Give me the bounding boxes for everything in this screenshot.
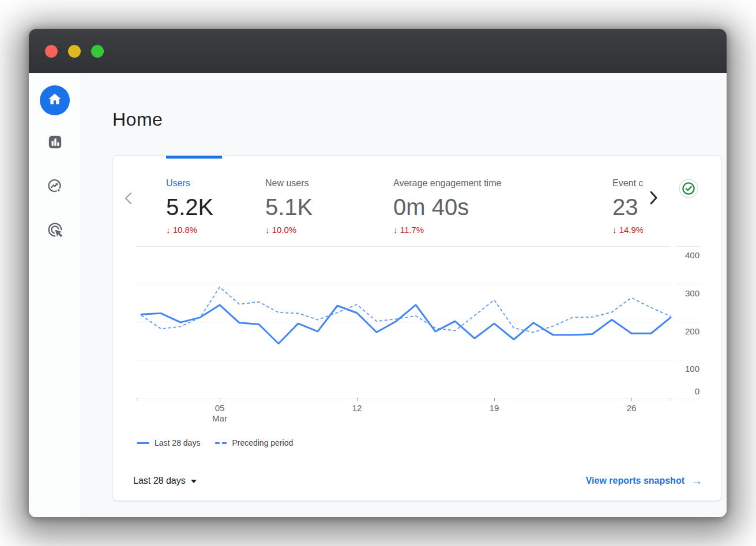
card-footer: Last 28 days View reports snapshot → <box>113 465 721 500</box>
dashed-line-swatch <box>215 442 227 444</box>
chevron-left-icon <box>125 198 132 206</box>
svg-text:300: 300 <box>685 288 699 298</box>
home-icon <box>47 92 62 109</box>
sidebar-item-explore[interactable] <box>47 178 63 197</box>
svg-text:100: 100 <box>685 364 699 374</box>
solid-line-swatch <box>137 442 149 444</box>
sidebar-item-advertising[interactable] <box>47 221 63 240</box>
selected-metric-underline <box>166 156 222 159</box>
window-titlebar <box>29 29 727 73</box>
data-quality-badge[interactable] <box>679 179 698 198</box>
view-reports-snapshot-link[interactable]: View reports snapshot → <box>586 476 702 487</box>
page-title: Home <box>112 108 727 131</box>
close-button[interactable] <box>45 45 58 58</box>
svg-text:0: 0 <box>695 386 699 396</box>
metric-tab-event-count[interactable]: Event count 23 ↓ 14.9% <box>612 172 643 235</box>
legend-item-preceding: Preceding period <box>215 438 293 447</box>
metric-value: 0m 40s <box>393 194 612 220</box>
caret-down-icon <box>191 480 197 483</box>
legend-label: Last 28 days <box>155 438 200 447</box>
window-body: Home Users 5.2K ↓ 10.8% New users 5.1 <box>29 73 727 517</box>
svg-text:12: 12 <box>352 403 362 413</box>
sidebar-item-reports[interactable] <box>47 134 63 152</box>
app-window: Home Users 5.2K ↓ 10.8% New users 5.1 <box>29 29 727 517</box>
minimize-button[interactable] <box>68 45 81 58</box>
carousel-next-button[interactable] <box>649 190 658 207</box>
legend-label: Preceding period <box>232 438 293 447</box>
metric-label: Average engagement time <box>393 178 612 189</box>
metrics-carousel: Users 5.2K ↓ 10.8% New users 5.1K ↓ 10.0… <box>166 172 643 240</box>
chevron-right-icon <box>649 198 658 207</box>
svg-text:19: 19 <box>490 403 499 413</box>
view-link-label: View reports snapshot <box>586 476 684 486</box>
metric-label: Users <box>166 178 265 189</box>
svg-text:05: 05 <box>215 403 225 413</box>
chart-legend: Last 28 days Preceding period <box>137 438 293 447</box>
metric-value: 5.2K <box>166 194 265 220</box>
svg-text:Mar: Mar <box>212 413 227 423</box>
legend-item-current: Last 28 days <box>137 438 200 447</box>
metric-change-down: ↓ 14.9% <box>612 225 643 235</box>
svg-text:200: 200 <box>685 326 699 336</box>
metric-value: 5.1K <box>265 194 393 220</box>
date-range-label: Last 28 days <box>133 476 186 486</box>
metric-change-down: ↓ 10.0% <box>265 225 393 235</box>
arrow-right-icon: → <box>691 476 702 487</box>
bar-chart-icon <box>47 134 63 152</box>
date-range-selector[interactable]: Last 28 days <box>133 476 197 486</box>
line-chart-svg: 010020030040005Mar121926 <box>137 244 708 424</box>
sidebar-item-home[interactable] <box>40 85 70 115</box>
sidebar-nav <box>29 73 81 517</box>
metric-tab-users[interactable]: Users 5.2K ↓ 10.8% <box>166 172 265 235</box>
metric-tab-avg-engagement-time[interactable]: Average engagement time 0m 40s ↓ 11.7% <box>393 172 612 235</box>
metric-change-down: ↓ 10.8% <box>166 225 265 235</box>
zoom-button[interactable] <box>91 45 104 58</box>
overview-card: Users 5.2K ↓ 10.8% New users 5.1K ↓ 10.0… <box>112 155 721 501</box>
check-circle-icon <box>679 190 698 200</box>
metric-tab-new-users[interactable]: New users 5.1K ↓ 10.0% <box>265 172 393 235</box>
users-trend-chart: 010020030040005Mar121926 <box>137 244 708 426</box>
explore-trend-icon <box>47 178 63 197</box>
metric-label: Event count <box>612 178 643 189</box>
metric-label: New users <box>265 178 393 189</box>
metric-value: 23 <box>612 194 643 220</box>
svg-text:26: 26 <box>627 403 637 413</box>
ads-click-icon <box>47 221 63 240</box>
main-content: Home Users 5.2K ↓ 10.8% New users 5.1 <box>81 73 727 517</box>
metric-change-down: ↓ 11.7% <box>393 225 612 235</box>
svg-text:400: 400 <box>685 250 699 260</box>
carousel-prev-button[interactable] <box>125 192 132 206</box>
